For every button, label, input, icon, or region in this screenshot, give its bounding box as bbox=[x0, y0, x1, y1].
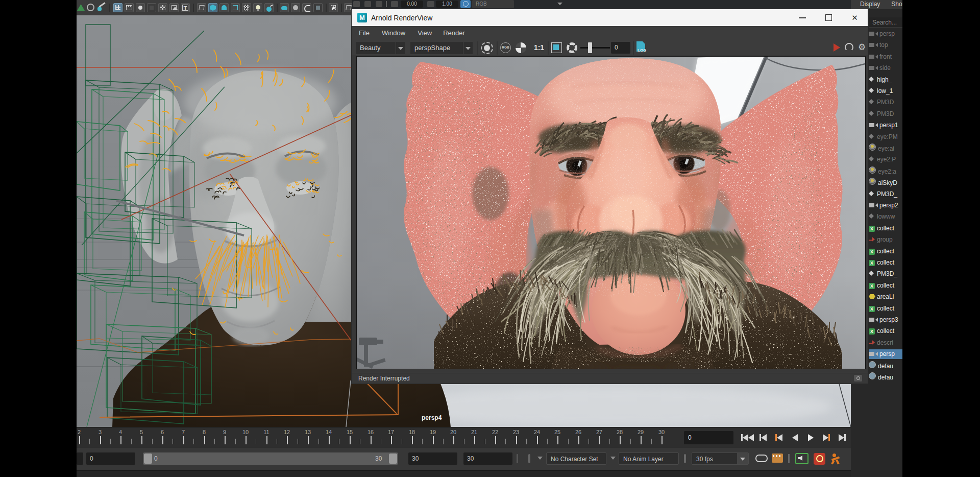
svg-text:persp4: persp4 bbox=[422, 414, 442, 421]
